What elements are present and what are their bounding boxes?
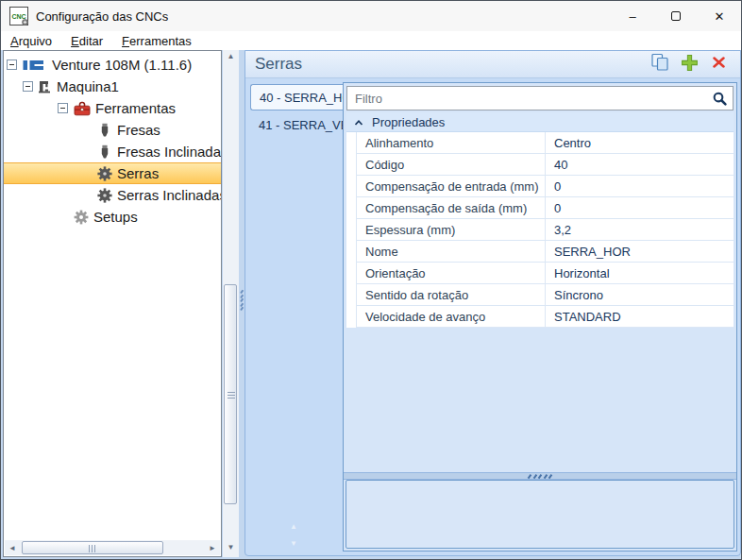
tree-vertical-scrollbar[interactable]: ▲ ▼ xyxy=(223,50,239,557)
toolbox-icon xyxy=(74,101,91,116)
minimize-button[interactable]: – xyxy=(611,1,654,31)
tree-item-fresas[interactable]: Fresas xyxy=(4,119,221,141)
menu-bar: ArquivoEditarFerramentas xyxy=(1,31,741,50)
gear-icon xyxy=(74,210,89,225)
copy-icon xyxy=(650,53,670,76)
tree-item-venture-108m-1-11-6[interactable]: Venture 108M (1.11.6) xyxy=(4,54,221,76)
properties-section: Propriedades AlinhamentoCentroCódigo40Co… xyxy=(344,83,736,472)
property-grid: Propriedades AlinhamentoCentroCódigo40Co… xyxy=(346,112,734,328)
property-value[interactable]: 0 xyxy=(546,179,734,194)
property-value[interactable]: Síncrono xyxy=(546,288,734,302)
copy-button[interactable] xyxy=(649,55,670,74)
tree-item-label: Ferramentas xyxy=(95,100,176,116)
search-icon[interactable] xyxy=(712,91,728,110)
property-label: Nome xyxy=(357,241,546,262)
scroll-up-icon[interactable]: ▲ xyxy=(223,52,239,60)
sawblade-icon xyxy=(97,188,112,203)
collapse-expander-icon[interactable] xyxy=(23,81,33,92)
property-row-espessura-mm: Espessura (mm)3,2 xyxy=(357,219,734,241)
scroll-down-icon[interactable]: ▼ xyxy=(223,543,239,552)
app-window: CNC Configuração das CNCs –✕ ArquivoEdit… xyxy=(0,0,742,560)
collapse-chevron-icon xyxy=(354,115,363,129)
tree-item-label: Maquina1 xyxy=(57,78,119,94)
scroll-left-icon[interactable]: ◄ xyxy=(5,540,20,555)
close-icon: ✕ xyxy=(715,9,725,24)
app-icon[interactable]: CNC xyxy=(9,7,28,25)
property-label: Compensação de entrada (mm) xyxy=(357,176,546,196)
add-button[interactable] xyxy=(679,55,700,74)
machine-tree: Venture 108M (1.11.6)Maquina1Ferramentas… xyxy=(3,50,222,557)
window-controls: –✕ xyxy=(611,1,741,31)
menu-ferramentas[interactable]: Ferramentas xyxy=(122,34,192,48)
tab-scroll-up-icon[interactable]: ▲ xyxy=(287,522,300,531)
close-button[interactable]: ✕ xyxy=(698,1,741,31)
tool-tab-list: ▲ ▼ 40 - SERRA_HOR41 - SERRA_VER xyxy=(245,78,343,555)
property-row-codigo: Código40 xyxy=(357,154,734,176)
app-icon-gear-icon xyxy=(22,19,28,25)
mill-icon xyxy=(97,144,112,160)
property-value[interactable]: SERRA_HOR xyxy=(546,245,734,259)
property-row-compensacao-de-saida-mm: Compensação de saída (mm)0 xyxy=(357,197,734,219)
property-value[interactable]: 3,2 xyxy=(546,223,734,237)
property-row-orientacao: OrientaçãoHorizontal xyxy=(357,263,734,284)
properties-group-label: Propriedades xyxy=(372,115,445,129)
maximize-button[interactable] xyxy=(654,1,698,31)
property-label: Velocidade de avanço xyxy=(357,306,546,327)
tree-item-label: Fresas xyxy=(117,122,160,138)
panel-body: ▲ ▼ 40 - SERRA_HOR41 - SERRA_VER xyxy=(245,78,740,555)
tool-detail-container: Propriedades AlinhamentoCentroCódigo40Co… xyxy=(343,82,737,552)
property-label: Espessura (mm) xyxy=(357,219,546,240)
delete-x-icon xyxy=(711,55,727,74)
tree-item-label: Setups xyxy=(93,209,138,225)
tree-item-label: Serras Inclinadas xyxy=(117,187,222,203)
properties-group-header[interactable]: Propriedades xyxy=(346,112,734,132)
venture-logo-icon xyxy=(23,58,47,73)
panel-toolbar xyxy=(649,55,729,74)
tree-item-serras[interactable]: Serras xyxy=(4,162,221,184)
collapse-expander-icon[interactable] xyxy=(7,59,17,70)
add-icon xyxy=(681,54,699,76)
delete-button[interactable] xyxy=(708,55,729,74)
tree-item-maquina1[interactable]: Maquina1 xyxy=(4,76,221,97)
property-label: Compensação de saída (mm) xyxy=(357,197,546,218)
tab-41-serra-ver[interactable]: 41 - SERRA_VER xyxy=(250,112,344,139)
menu-arquivo[interactable]: Arquivo xyxy=(10,34,52,48)
tree-item-ferramentas[interactable]: Ferramentas xyxy=(4,97,221,119)
minimize-icon: – xyxy=(629,9,635,24)
tab-scroll-down-icon[interactable]: ▼ xyxy=(287,539,300,548)
property-value[interactable]: 40 xyxy=(546,158,734,172)
scroll-right-icon[interactable]: ► xyxy=(205,540,220,555)
horizontal-scrollbar-thumb[interactable] xyxy=(22,541,163,554)
property-row-compensacao-de-entrada-mm: Compensação de entrada (mm)0 xyxy=(357,176,734,197)
property-value[interactable]: 0 xyxy=(546,201,734,215)
panel-title: Serras xyxy=(255,55,302,74)
mill-icon xyxy=(97,123,112,138)
vertical-scrollbar-thumb[interactable] xyxy=(224,284,237,504)
machine-icon xyxy=(37,79,52,94)
tree-item-setups[interactable]: Setups xyxy=(4,206,221,228)
property-row-velocidade-de-avanco: Velocidade de avançoSTANDARD xyxy=(357,306,734,328)
property-value[interactable]: Centro xyxy=(546,136,734,150)
property-label: Orientação xyxy=(357,263,546,283)
detail-splitter[interactable] xyxy=(344,472,736,480)
filter-box xyxy=(346,86,734,110)
tab-40-serra-hor[interactable]: 40 - SERRA_HOR xyxy=(250,84,344,110)
panel-header: Serras xyxy=(245,51,740,78)
property-label: Alinhamento xyxy=(357,132,546,153)
tree-item-label: Fresas Inclinadas xyxy=(117,144,222,160)
property-label: Sentido da rotação xyxy=(357,284,546,305)
menu-editar[interactable]: Editar xyxy=(71,34,103,48)
tree-item-fresas-inclinadas[interactable]: Fresas Inclinadas xyxy=(4,141,221,162)
tree-item-serras-inclinadas[interactable]: Serras Inclinadas xyxy=(4,184,221,206)
tree-horizontal-scrollbar[interactable]: ◄ ► xyxy=(5,540,220,555)
property-value[interactable]: Horizontal xyxy=(546,266,734,280)
horizontal-scrollbar-track[interactable] xyxy=(163,540,205,555)
filter-input[interactable] xyxy=(347,87,733,110)
property-row-nome: NomeSERRA_HOR xyxy=(357,241,734,263)
serras-panel: Serras ▲ ▼ 40 - SERRA_HOR41 - SERRA_VER xyxy=(245,50,741,556)
property-value[interactable]: STANDARD xyxy=(546,310,734,324)
title-bar: CNC Configuração das CNCs –✕ xyxy=(1,1,741,31)
maximize-icon xyxy=(671,11,681,21)
property-row-alinhamento: AlinhamentoCentro xyxy=(357,132,734,154)
collapse-expander-icon[interactable] xyxy=(58,103,68,113)
